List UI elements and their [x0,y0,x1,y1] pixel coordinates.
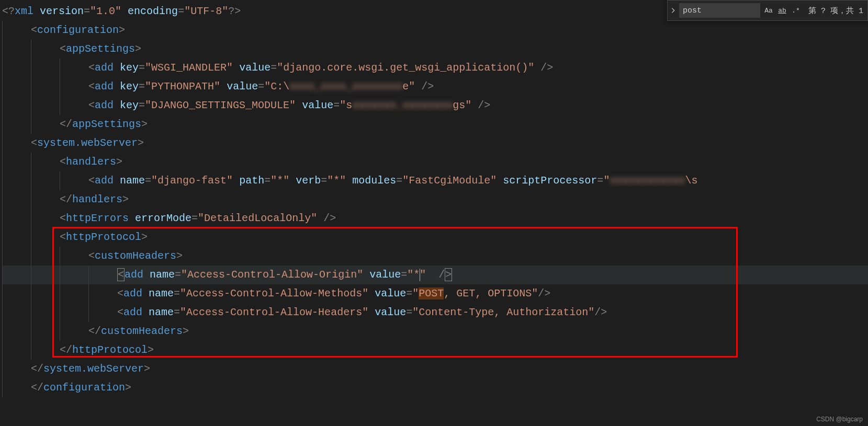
xml-attribute: encoding [128,5,178,17]
xml-attribute: version [40,5,84,17]
code-token: <? [2,5,15,17]
code-token: = [145,175,151,187]
code-token [114,175,120,187]
code-token: > [116,156,122,168]
xml-attribute: modules [352,175,396,187]
find-toggle-replace[interactable] [668,1,679,20]
code-token: < [60,212,66,224]
find-widget: Aa ab .* 第 ? 项，共 1 [667,0,868,21]
xml-string: "s [340,99,352,111]
code-line[interactable]: <configuration> [2,21,868,40]
code-line[interactable]: <httpErrors errorMode="DetailedLocalOnly… [2,209,868,228]
code-token: < [88,175,95,187]
code-token: < [60,156,66,168]
find-match-word[interactable]: ab [776,4,788,17]
xml-tag: handlers [66,156,116,168]
xml-string: "1.0" [90,5,121,17]
xml-attribute: value [239,62,270,74]
xml-attribute: key [120,62,139,74]
code-token [471,99,478,111]
code-token: </ [31,382,43,394]
code-token [317,212,323,224]
xml-string: "django.core.wsgi.get_wsgi_application()… [277,62,534,74]
xml-string: e" [402,80,415,93]
code-line[interactable]: <add key="DJANGO_SETTINGS_MODULE" value=… [2,96,868,115]
code-token [415,80,421,93]
code-token: = [191,212,198,224]
code-token [497,175,503,187]
find-results-count: 第 ? 项，共 1 [804,6,867,16]
xml-string: " [603,175,610,187]
code-token: = [264,175,270,187]
code-token: </ [60,118,72,130]
code-token: > [138,137,144,149]
xml-tag: add [95,80,114,93]
code-token [129,212,135,224]
xml-tag: add [95,175,114,187]
code-token [114,62,120,74]
code-token: /> [540,62,553,74]
redacted-text: xxxxxxxxxxxx [610,175,685,187]
code-line[interactable]: </appSettings> [2,115,868,134]
xml-tag: appSettings [72,118,141,130]
code-line[interactable]: <add key="PYTHONPATH" value="C:\xxxx_xxx… [2,77,868,96]
code-token: < [88,99,95,111]
code-token: = [396,175,402,187]
code-token: < [31,137,37,149]
code-line[interactable]: <add key="WSGI_HANDLER" value="django.co… [2,59,868,77]
code-token: < [88,62,95,74]
code-token: /> [478,99,490,111]
code-token: xml [15,5,33,17]
xml-tag: system.webServer [37,137,138,149]
xml-string: "*" [327,175,346,187]
find-regex[interactable]: .* [790,4,802,17]
code-token: = [258,80,264,93]
xml-string: "FastCgiModule" [402,175,497,187]
find-match-case[interactable]: Aa [762,4,775,17]
code-token: = [139,80,145,93]
code-line[interactable]: </system.webServer> [2,360,868,378]
find-input[interactable] [679,3,760,18]
code-token [114,99,120,111]
code-line[interactable]: <system.webServer> [2,134,868,153]
code-token: = [139,62,145,74]
xml-string: "django-fast" [151,175,233,187]
xml-attribute: name [120,175,145,187]
code-token: < [88,80,95,93]
code-line[interactable]: </configuration> [2,378,868,397]
code-token: /> [421,80,434,93]
code-line[interactable]: <add name="django-fast" path="*" verb="*… [2,171,868,190]
xml-tag: appSettings [66,43,135,55]
code-token [289,175,296,187]
code-token [233,62,239,74]
xml-string: "DetailedLocalOnly" [198,212,317,224]
xml-string: "WSGI_HANDLER" [145,62,233,74]
xml-tag: configuration [37,24,119,36]
code-token [121,5,128,17]
xml-tag: system.webServer [43,363,144,375]
xml-tag: add [95,99,114,111]
code-line[interactable]: <handlers> [2,153,868,171]
xml-tag: configuration [43,382,125,394]
watermark: CSDN @bigcarp [816,416,863,423]
code-token: < [31,24,37,36]
code-line[interactable]: </handlers> [2,190,868,209]
code-token: = [139,99,145,111]
code-token [346,175,352,187]
code-token: > [122,193,129,205]
code-token: > [135,43,141,55]
code-token: < [60,43,66,55]
redacted-text: xxxx_xxxx_xxxxxxxx [289,80,402,93]
code-token: ?> [228,5,241,17]
code-token: = [84,5,90,17]
xml-tag: handlers [72,193,122,205]
code-token: = [178,5,184,17]
redacted-text: xxxxxxx.xxxxxxxx [352,99,453,111]
xml-attribute: scriptProcessor [503,175,597,187]
code-token: > [144,363,150,375]
code-token [33,5,40,17]
code-line[interactable]: <appSettings> [2,40,868,59]
code-token: /> [323,212,336,224]
code-token: > [119,24,125,36]
xml-string: "*" [270,175,289,187]
